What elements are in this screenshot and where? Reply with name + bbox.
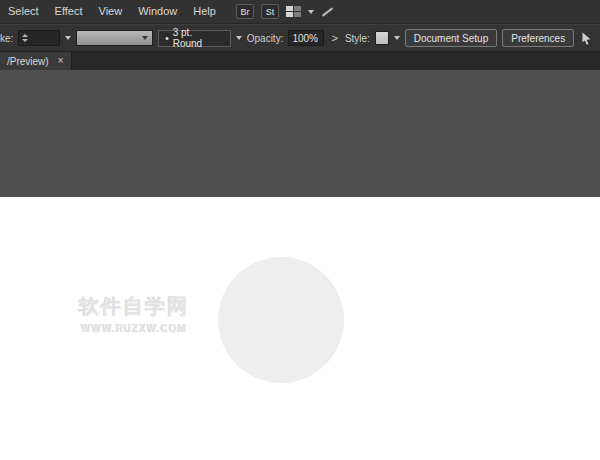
menu-window[interactable]: Window [130, 0, 185, 23]
graphic-style-swatch[interactable] [375, 31, 389, 45]
brush-definition-label: 3 pt. Round [173, 27, 224, 49]
chevron-down-icon[interactable] [65, 36, 71, 40]
chevron-down-icon[interactable] [236, 36, 242, 40]
menu-help[interactable]: Help [185, 0, 224, 23]
bridge-button[interactable]: Br [236, 4, 254, 19]
brush-dot-icon: • [165, 33, 169, 44]
ellipse-shape[interactable] [218, 257, 344, 383]
chevron-down-icon[interactable] [308, 10, 314, 14]
stroke-label: ke: [0, 33, 13, 44]
workspace-switcher-icon[interactable] [322, 7, 333, 17]
menu-effect[interactable]: Effect [47, 0, 91, 23]
menu-select[interactable]: Select [0, 0, 47, 23]
document-tab-bar: /Preview) × [0, 52, 600, 70]
chevron-down-icon[interactable] [394, 36, 400, 40]
tab-close-icon[interactable]: × [58, 56, 64, 66]
menu-list: Select Effect View Window Help [0, 0, 224, 23]
stock-button[interactable]: St [261, 4, 279, 19]
app-bar-tools: Br St [236, 4, 334, 19]
watermark-text-url: WWW.RUZXW.COM [58, 323, 210, 334]
arrange-documents-icon[interactable] [286, 6, 301, 17]
watermark: 软件自学网 WWW.RUZXW.COM [58, 293, 210, 334]
cursor-options-icon[interactable] [579, 31, 594, 46]
document-tab-label: /Preview) [7, 56, 49, 67]
illustrator-window: Select Effect View Window Help Br St ke:… [0, 0, 600, 460]
brush-definition-dropdown[interactable]: • 3 pt. Round [158, 30, 231, 47]
control-bar: ke: • 3 pt. Round Opacity: > Style: Docu… [0, 24, 600, 52]
pasteboard [0, 70, 600, 197]
menu-view[interactable]: View [91, 0, 131, 23]
opacity-expand-icon[interactable]: > [329, 32, 339, 44]
style-label: Style: [345, 33, 370, 44]
width-profile-dropdown[interactable] [76, 30, 153, 46]
preferences-button[interactable]: Preferences [502, 29, 574, 47]
stroke-weight-field[interactable] [18, 30, 60, 46]
opacity-input[interactable] [288, 30, 324, 46]
document-tab[interactable]: /Preview) × [0, 52, 72, 70]
opacity-label: Opacity: [247, 33, 284, 44]
stepper-icon[interactable] [22, 34, 28, 42]
chevron-down-icon [142, 36, 148, 40]
document-setup-button[interactable]: Document Setup [405, 29, 498, 47]
watermark-text-cn: 软件自学网 [58, 293, 210, 320]
artboard-canvas[interactable]: 软件自学网 WWW.RUZXW.COM [0, 197, 600, 460]
menu-bar: Select Effect View Window Help Br St [0, 0, 600, 24]
